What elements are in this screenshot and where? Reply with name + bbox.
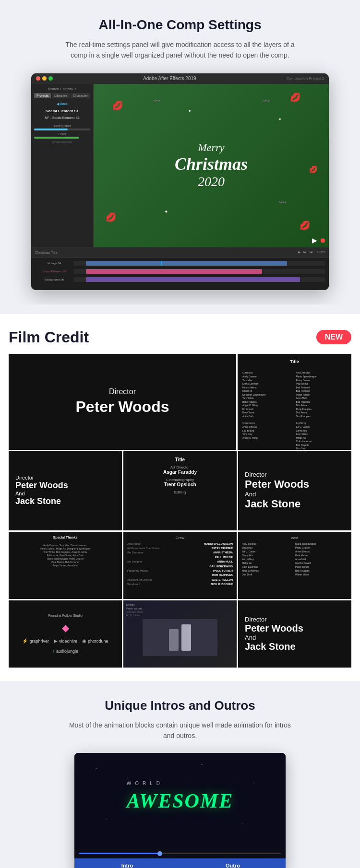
color-bar[interactable] bbox=[34, 137, 79, 139]
title-label: Title bbox=[242, 359, 347, 365]
director-name-2: Peter Woods bbox=[15, 481, 68, 491]
lighting-col: Lighting Ed U. CationGerry AtricKerry Gi… bbox=[296, 421, 347, 450]
title-credits-cell: Title Camera Andy DawsonTom MiteDiana La… bbox=[238, 354, 351, 450]
director-2-cell: Director Peter Woods And Jack Stone bbox=[9, 451, 122, 530]
year-text: 2020 bbox=[175, 174, 248, 189]
timing-label: Timing start bbox=[34, 124, 90, 128]
art-director-role: Art Director bbox=[163, 465, 197, 469]
audiojungle-logo: ♪audiojungle bbox=[52, 648, 78, 654]
special-thanks-cell: Special Thanks Andy Dawson, Tom Mite, Di… bbox=[9, 532, 122, 599]
ae-timeline-header: Christmas Title ▶⏮⏭30 fps bbox=[31, 247, 329, 258]
art-director-col: Art Director Mario SpeedwagonPetey Cruis… bbox=[296, 371, 347, 418]
timing-slider[interactable] bbox=[34, 129, 90, 130]
track-2: Social Element S9 bbox=[35, 268, 325, 275]
graphriver-logo: ⚡graphriver bbox=[22, 638, 49, 644]
intros-timeline: Intro Outro bbox=[74, 849, 286, 868]
preview-names-text: Director Peter woods... And Jack Stone E… bbox=[126, 603, 234, 617]
ae-mockup: Adobe After Effects 2019 Composition Pro… bbox=[31, 73, 329, 290]
cinematography-person: Trent Opsloch bbox=[164, 482, 196, 487]
cast-title: cast bbox=[242, 536, 348, 540]
director-label-4: Director bbox=[245, 616, 267, 623]
tab-character[interactable]: Character bbox=[71, 93, 90, 98]
special-thanks-title: Special Thanks bbox=[12, 536, 118, 539]
director-4-cell: Director Peter Woods And Jack Stone bbox=[238, 600, 351, 668]
close-dot bbox=[36, 76, 40, 81]
play-button[interactable]: ▶ bbox=[312, 236, 317, 244]
ae-preview-content: Merry Christmas 2020 bbox=[175, 141, 248, 189]
intro-button[interactable]: Intro bbox=[74, 858, 180, 868]
director-cell-main: Director Peter Woods bbox=[9, 354, 236, 450]
intros-mockup: ● ● ● ● ● ● AWESOME WORLD Intro bbox=[74, 753, 286, 868]
director-name-4: Peter Woods bbox=[245, 623, 303, 634]
maximize-dot bbox=[48, 76, 53, 81]
director-label-3: Director bbox=[245, 471, 267, 478]
crew-list-cell: Crew Art Director MARIO SPEEDWAGON Art D… bbox=[123, 532, 237, 599]
ae-preview: 💋 💋 💋 💋 💋 ✦ ✦ ✦ 〰️ 〰️ 〰️ Merry Christmas… bbox=[94, 84, 329, 247]
timeline-controls: ▶⏮⏭30 fps bbox=[298, 250, 325, 254]
intros-section: Unique Intros and Outros Most of the ani… bbox=[0, 681, 360, 868]
director-label-main: Director bbox=[109, 387, 136, 396]
and-label-2: And bbox=[15, 491, 25, 496]
audiojungle-icon: ♪ bbox=[52, 648, 55, 654]
timeline-track[interactable] bbox=[79, 853, 281, 854]
art-director-person: Asgar Faraddy bbox=[163, 469, 197, 475]
director-name-main: Peter Woods bbox=[76, 398, 169, 416]
preview-image-frame bbox=[143, 619, 218, 656]
and-label-4: And bbox=[245, 634, 256, 641]
photodune-logo: ◉photodune bbox=[82, 638, 108, 644]
director-3-cell: Director Peter Woods And Jack Stone bbox=[238, 451, 351, 530]
crew-entries: Art Director MARIO SPEEDWAGON Art Depart… bbox=[127, 542, 233, 586]
world-text: WORLD bbox=[127, 781, 164, 786]
color-label: Color bbox=[34, 132, 90, 136]
intros-title: Unique Intros and Outros bbox=[29, 698, 331, 713]
film-section: Film Credit NEW Director Peter Woods Tit… bbox=[0, 314, 360, 676]
track-1: Vintage 04 bbox=[35, 260, 325, 267]
christmas-text: Christmas bbox=[175, 154, 248, 174]
timeline-bar bbox=[74, 849, 286, 858]
cinematography-role: Cinematography bbox=[164, 478, 196, 482]
photodune-icon: ◉ bbox=[82, 638, 86, 644]
title-card-cell: Title Art Director Asgar Faraddy Cinemat… bbox=[123, 451, 237, 530]
editing-entry: Editing bbox=[174, 490, 186, 494]
merry-text: Merry bbox=[175, 141, 248, 154]
tab-projects[interactable]: Projects bbox=[34, 93, 51, 98]
awesome-text: AWESOME bbox=[127, 789, 234, 812]
graphriver-icon: ⚡ bbox=[22, 638, 28, 644]
intros-controls: Intro Outro bbox=[74, 858, 286, 868]
crew-title: Crew bbox=[127, 536, 233, 540]
timeline-comp-label: Christmas Title bbox=[35, 251, 57, 254]
jack-stone-3: Jack Stone bbox=[245, 498, 300, 510]
ae-titlebar: Adobe After Effects 2019 Composition Pro… bbox=[31, 73, 329, 84]
preview-image-cell: Director Peter woods... And Jack Stone E… bbox=[123, 600, 237, 668]
record-button[interactable]: ⏺ bbox=[319, 236, 326, 244]
jack-stone-2: Jack Stone bbox=[15, 496, 61, 506]
videohive-icon: ▶ bbox=[54, 638, 58, 644]
film-title: Film Credit bbox=[9, 328, 89, 346]
videohive-logo: ▶videohive bbox=[54, 638, 77, 644]
jack-stone-4: Jack Stone bbox=[245, 641, 296, 652]
back-button[interactable]: ◀ Back bbox=[34, 101, 90, 107]
ae-timeline-body: Vintage 04 Social Element S9 Background … bbox=[31, 258, 329, 286]
and-label-3: And bbox=[245, 491, 256, 498]
panel-title: Motion Factory X bbox=[34, 87, 90, 91]
intros-screen: ● ● ● ● ● ● AWESOME WORLD bbox=[74, 753, 286, 849]
outro-button[interactable]: Outro bbox=[180, 858, 286, 868]
director-name-3: Peter Woods bbox=[245, 478, 309, 491]
logos-cell: Found at Follow Studio ◆ ⚡graphriver ▶vi… bbox=[9, 600, 122, 668]
typography-label: typography/text bbox=[34, 141, 90, 143]
editing-role: Editing bbox=[174, 490, 186, 494]
comp-section: All-In-One Comp Settings The real-time s… bbox=[0, 0, 360, 305]
cinematography-entry: Cinematography Trent Opsloch bbox=[164, 478, 196, 487]
tab-libraries[interactable]: Libraries bbox=[52, 93, 70, 98]
continuity-col: Continuity Anna SthesiaLou BriandTom Cla… bbox=[242, 421, 293, 450]
comp-description: The real-time settings panel will give m… bbox=[65, 39, 295, 61]
film-new-badge: NEW bbox=[316, 330, 351, 344]
minimize-dot bbox=[42, 76, 47, 81]
fps-label: 30 fps bbox=[316, 250, 325, 254]
intros-description: Most of the animation blocks contain uni… bbox=[65, 720, 295, 741]
ae-title-text: Adobe After Effects 2019 bbox=[143, 76, 196, 81]
special-thanks-text: Andy Dawson, Tom Mite, Diana Lawman, Hen… bbox=[12, 541, 118, 570]
cast-list-cell: cast Polly Science Tara Misu Ed U. Catio… bbox=[238, 532, 351, 599]
title-card-label: Title bbox=[129, 457, 231, 462]
art-director-entry: Art Director Asgar Faraddy bbox=[163, 465, 197, 475]
